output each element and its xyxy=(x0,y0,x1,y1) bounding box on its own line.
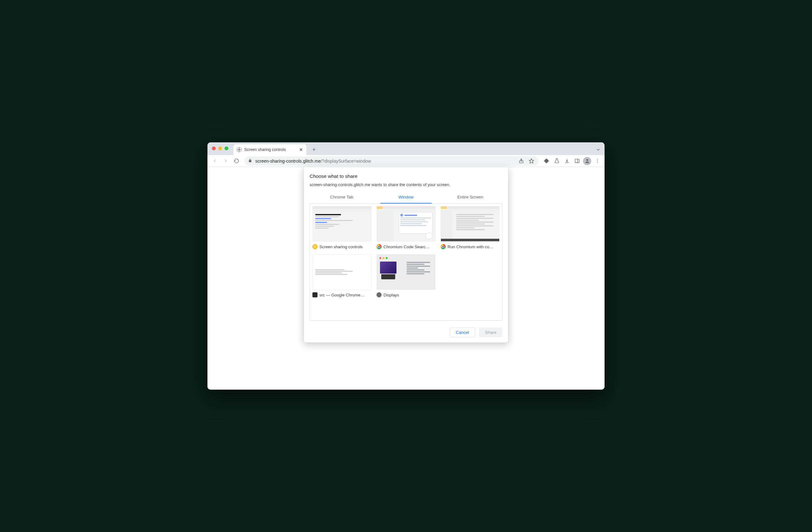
window-preview xyxy=(313,254,372,290)
back-button[interactable] xyxy=(210,156,219,166)
window-option[interactable]: Displays xyxy=(377,254,435,297)
reload-button[interactable] xyxy=(232,156,241,166)
cancel-button[interactable]: Cancel xyxy=(450,327,475,337)
forward-button[interactable] xyxy=(221,156,230,166)
bookmark-star-icon[interactable] xyxy=(528,158,535,165)
globe-icon xyxy=(237,147,242,152)
avatar-icon xyxy=(583,157,591,165)
share-page-icon[interactable] xyxy=(518,158,525,165)
app-icon xyxy=(440,244,446,249)
share-options-panel: Screen sharing controls xyxy=(309,203,503,321)
share-surface-tabs: Chrome Tab Window Entire Screen xyxy=(309,192,503,204)
window-preview xyxy=(313,206,372,241)
window-option-label: src — Google Chrome… xyxy=(319,293,364,297)
window-preview xyxy=(377,254,435,290)
window-minimize-button[interactable] xyxy=(218,147,222,150)
tab-window[interactable]: Window xyxy=(374,192,438,203)
window-preview xyxy=(440,206,499,241)
browser-window: Screen sharing controls + screen-sharing… xyxy=(207,142,605,390)
app-icon xyxy=(313,244,318,249)
svg-point-9 xyxy=(597,162,598,163)
app-icon xyxy=(377,292,381,297)
kebab-menu-icon[interactable] xyxy=(593,156,602,166)
browser-tab[interactable]: Screen sharing controls xyxy=(233,144,306,155)
app-icon xyxy=(313,292,318,297)
downloads-icon[interactable] xyxy=(562,156,571,166)
window-option-label: Screen sharing controls xyxy=(319,245,363,249)
svg-marker-1 xyxy=(529,159,534,163)
new-tab-button[interactable]: + xyxy=(309,145,318,154)
url-path: /?displaySurface=window xyxy=(321,159,371,164)
window-preview xyxy=(377,206,435,241)
side-panel-icon[interactable] xyxy=(572,156,582,166)
address-bar[interactable]: screen-sharing-controls.glitch.me/?displ… xyxy=(244,156,539,166)
toolbar-right xyxy=(542,156,602,166)
extensions-icon[interactable] xyxy=(542,156,551,166)
window-option-label: Displays xyxy=(383,293,399,297)
window-option[interactable]: Screen sharing controls xyxy=(313,206,372,249)
tab-overflow-button[interactable] xyxy=(596,147,601,153)
app-icon xyxy=(377,244,381,249)
svg-point-6 xyxy=(586,159,588,161)
dialog-actions: Cancel Share xyxy=(309,327,503,337)
tab-strip: Screen sharing controls + xyxy=(207,142,605,155)
window-option[interactable]: src — Google Chrome… xyxy=(313,254,372,297)
svg-point-8 xyxy=(597,160,598,161)
url-host: screen-sharing-controls.glitch.me xyxy=(255,159,321,164)
tab-entire-screen[interactable]: Entire Screen xyxy=(438,192,503,203)
labs-icon[interactable] xyxy=(552,156,562,166)
window-option-label: Run Chromium with co… xyxy=(448,245,494,249)
window-option[interactable]: Run Chromium with co… xyxy=(440,206,499,249)
window-option[interactable]: Chromium Code Searc… xyxy=(377,206,435,249)
window-close-button[interactable] xyxy=(212,147,216,150)
window-controls xyxy=(212,147,228,150)
svg-rect-4 xyxy=(575,159,579,163)
tab-chrome-tab[interactable]: Chrome Tab xyxy=(309,192,374,203)
window-zoom-button[interactable] xyxy=(224,147,228,150)
dialog-subtitle: screen-sharing-controls.glitch.me wants … xyxy=(309,182,503,187)
share-button[interactable]: Share xyxy=(479,327,503,337)
tab-title: Screen sharing controls xyxy=(244,147,286,152)
lock-icon xyxy=(248,159,252,164)
profile-button[interactable] xyxy=(582,156,592,166)
screen-share-dialog: Choose what to share screen-sharing-cont… xyxy=(304,167,508,343)
close-icon[interactable] xyxy=(299,147,303,152)
toolbar: screen-sharing-controls.glitch.me/?displ… xyxy=(207,155,605,167)
window-option-label: Chromium Code Searc… xyxy=(383,245,430,249)
url-text: screen-sharing-controls.glitch.me/?displ… xyxy=(255,159,371,164)
page-content: Choose what to share screen-sharing-cont… xyxy=(207,167,605,390)
window-thumbnail-grid: Screen sharing controls xyxy=(313,206,499,297)
dialog-title: Choose what to share xyxy=(309,174,503,179)
svg-point-7 xyxy=(597,159,598,160)
